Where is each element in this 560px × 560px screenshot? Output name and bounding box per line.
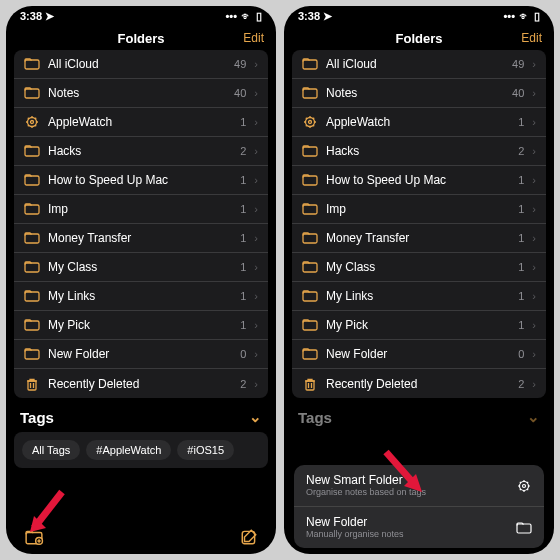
chevron-right-icon: › bbox=[532, 203, 536, 215]
list-item[interactable]: All iCloud49› bbox=[292, 50, 546, 79]
folder-icon bbox=[24, 172, 40, 188]
folder-count: 1 bbox=[518, 319, 524, 331]
status-bar: 3:38 ➤ ••• ᯤ ▯ bbox=[6, 6, 276, 26]
list-item[interactable]: My Class1› bbox=[292, 253, 546, 282]
folder-label: My Pick bbox=[48, 318, 232, 332]
wifi-icon: ᯤ bbox=[241, 10, 252, 22]
tag-chip[interactable]: All Tags bbox=[22, 440, 80, 460]
location-icon: ➤ bbox=[45, 10, 54, 22]
folder-label: Hacks bbox=[48, 144, 232, 158]
folder-icon bbox=[302, 317, 318, 333]
list-item[interactable]: How to Speed Up Mac1› bbox=[14, 166, 268, 195]
chevron-right-icon: › bbox=[532, 174, 536, 186]
menu-item-subtitle: Manually organise notes bbox=[306, 529, 506, 540]
chevron-down-icon: ⌄ bbox=[527, 408, 540, 426]
list-item[interactable]: Money Transfer1› bbox=[292, 224, 546, 253]
compose-button[interactable] bbox=[240, 528, 258, 549]
folder-count: 0 bbox=[240, 348, 246, 360]
list-item[interactable]: New Folder0› bbox=[14, 340, 268, 369]
folder-label: New Folder bbox=[48, 347, 232, 361]
chevron-right-icon: › bbox=[254, 232, 258, 244]
list-item[interactable]: New Folder0› bbox=[292, 340, 546, 369]
battery-icon: ▯ bbox=[534, 10, 540, 23]
list-item[interactable]: Money Transfer1› bbox=[14, 224, 268, 253]
status-right: ••• ᯤ ▯ bbox=[503, 10, 540, 23]
menu-item-subtitle: Organise notes based on tags bbox=[306, 487, 506, 498]
location-icon: ➤ bbox=[323, 10, 332, 22]
list-item[interactable]: Hacks2› bbox=[292, 137, 546, 166]
list-item[interactable]: My Pick1› bbox=[14, 311, 268, 340]
menu-new-smart-folder[interactable]: New Smart Folder Organise notes based on… bbox=[294, 465, 544, 507]
folder-icon bbox=[24, 85, 40, 101]
tags-box: All Tags#AppleWatch#iOS15 bbox=[14, 432, 268, 468]
folder-icon bbox=[24, 230, 40, 246]
folder-count: 2 bbox=[240, 145, 246, 157]
folder-count: 1 bbox=[240, 319, 246, 331]
chevron-right-icon: › bbox=[254, 116, 258, 128]
folder-icon bbox=[24, 259, 40, 275]
chevron-right-icon: › bbox=[254, 261, 258, 273]
chevron-right-icon: › bbox=[532, 378, 536, 390]
folder-count: 1 bbox=[240, 261, 246, 273]
folders-scroll[interactable]: All iCloud49›Notes40›AppleWatch1›Hacks2›… bbox=[6, 50, 276, 522]
folder-count: 49 bbox=[512, 58, 524, 70]
folder-icon bbox=[302, 172, 318, 188]
folder-icon bbox=[302, 230, 318, 246]
list-item[interactable]: Imp1› bbox=[14, 195, 268, 224]
folder-label: Imp bbox=[48, 202, 232, 216]
chevron-right-icon: › bbox=[532, 145, 536, 157]
folder-label: My Pick bbox=[326, 318, 510, 332]
list-item[interactable]: Recently Deleted2› bbox=[14, 369, 268, 398]
tag-chip[interactable]: #iOS15 bbox=[177, 440, 234, 460]
folders-list: All iCloud49›Notes40›AppleWatch1›Hacks2›… bbox=[292, 50, 546, 398]
list-item[interactable]: AppleWatch1› bbox=[292, 108, 546, 137]
signal-icon: ••• bbox=[225, 10, 237, 22]
battery-icon: ▯ bbox=[256, 10, 262, 23]
list-item[interactable]: My Links1› bbox=[292, 282, 546, 311]
gear-icon bbox=[516, 478, 532, 494]
folder-count: 1 bbox=[518, 116, 524, 128]
list-item[interactable]: Imp1› bbox=[292, 195, 546, 224]
list-item[interactable]: My Pick1› bbox=[292, 311, 546, 340]
folder-icon bbox=[302, 201, 318, 217]
status-bar: 3:38 ➤ ••• ᯤ ▯ bbox=[284, 6, 554, 26]
status-time: 3:38 bbox=[20, 10, 42, 22]
folder-count: 0 bbox=[518, 348, 524, 360]
folder-icon bbox=[302, 56, 318, 72]
tag-chip[interactable]: #AppleWatch bbox=[86, 440, 171, 460]
list-item[interactable]: All iCloud49› bbox=[14, 50, 268, 79]
list-item[interactable]: Hacks2› bbox=[14, 137, 268, 166]
list-item[interactable]: Notes40› bbox=[14, 79, 268, 108]
folder-label: My Links bbox=[326, 289, 510, 303]
list-item[interactable]: AppleWatch1› bbox=[14, 108, 268, 137]
folder-label: All iCloud bbox=[326, 57, 504, 71]
chevron-right-icon: › bbox=[254, 145, 258, 157]
chevron-down-icon: ⌄ bbox=[249, 408, 262, 426]
menu-new-folder[interactable]: New Folder Manually organise notes bbox=[294, 507, 544, 548]
tags-header[interactable]: Tags ⌄ bbox=[292, 398, 546, 432]
list-item[interactable]: My Class1› bbox=[14, 253, 268, 282]
folder-count: 1 bbox=[518, 232, 524, 244]
menu-item-title: New Folder bbox=[306, 515, 506, 529]
list-item[interactable]: My Links1› bbox=[14, 282, 268, 311]
folder-count: 1 bbox=[518, 261, 524, 273]
edit-button[interactable]: Edit bbox=[243, 31, 264, 45]
chevron-right-icon: › bbox=[254, 58, 258, 70]
tags-header[interactable]: Tags ⌄ bbox=[14, 398, 268, 432]
list-item[interactable]: How to Speed Up Mac1› bbox=[292, 166, 546, 195]
folder-label: Money Transfer bbox=[48, 231, 232, 245]
chevron-right-icon: › bbox=[254, 203, 258, 215]
nav-bar: Folders Edit bbox=[6, 26, 276, 50]
phone-left: 3:38 ➤ ••• ᯤ ▯ Folders Edit All iCloud49… bbox=[6, 6, 276, 554]
list-item[interactable]: Recently Deleted2› bbox=[292, 369, 546, 398]
folder-label: Recently Deleted bbox=[48, 377, 232, 391]
folder-label: Recently Deleted bbox=[326, 377, 510, 391]
folder-label: All iCloud bbox=[48, 57, 226, 71]
gear-icon bbox=[302, 114, 318, 130]
new-folder-button[interactable] bbox=[24, 528, 44, 549]
folder-label: Hacks bbox=[326, 144, 510, 158]
list-item[interactable]: Notes40› bbox=[292, 79, 546, 108]
chevron-right-icon: › bbox=[254, 290, 258, 302]
edit-button[interactable]: Edit bbox=[521, 31, 542, 45]
folder-icon bbox=[302, 85, 318, 101]
